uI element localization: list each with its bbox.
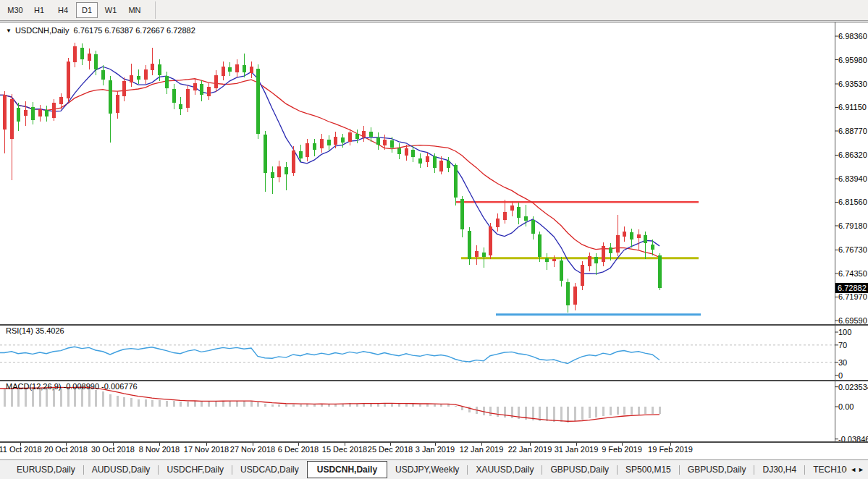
tab-usdchf-daily[interactable]: USDCHF,Daily — [159, 462, 232, 478]
price-axis-label: 6.81560 — [838, 198, 867, 206]
ma-fast-line — [0, 67, 660, 274]
date-axis-label: 12 Jan 2019 — [460, 445, 504, 454]
tab-dj30-h4[interactable]: DJ30,H4 — [754, 462, 804, 478]
one-click-toggle-icon[interactable]: ▼ — [6, 27, 12, 34]
rsi-line — [0, 347, 660, 363]
price-axis-label: 6.88770 — [838, 127, 867, 135]
macd-panel-separator — [0, 380, 868, 381]
price-axis-label: 6.95980 — [838, 56, 867, 64]
date-axis-label: 9 Feb 2019 — [602, 445, 642, 454]
price-axis-label: 6.83940 — [838, 174, 867, 183]
tab-usdjpy-weekly[interactable]: USDJPY,Weekly — [387, 462, 467, 478]
tab-sp500-m15[interactable]: SP500,M15 — [618, 462, 679, 478]
tab-audusd-daily[interactable]: AUDUSD,Daily — [84, 462, 159, 478]
price-axis-label: 6.98360 — [838, 32, 867, 41]
ohlc-values: 6.76175 6.76387 6.72667 6.72882 — [74, 26, 195, 35]
macd-label: MACD(12,26,9) -0.008990 -0.006776 — [6, 382, 138, 391]
date-axis-label: 27 Nov 2018 — [230, 445, 275, 454]
date-axis-label: 25 Dec 2018 — [368, 445, 413, 454]
rsi-axis-label: 100 — [838, 328, 851, 336]
date-axis-separator — [0, 441, 868, 443]
tab-eurusd-daily[interactable]: EURUSD,Daily — [9, 462, 83, 478]
date-axis-label: 30 Oct 2018 — [91, 445, 135, 454]
price-axis-label: 6.93530 — [838, 80, 867, 88]
rsi-axis-label: 70 — [838, 341, 847, 349]
symbol-title: USDCNH,Daily — [15, 26, 69, 35]
rsi-axis-label: 30 — [838, 358, 847, 367]
tab-gbpusd-daily[interactable]: GBPUSD,Daily — [542, 462, 617, 478]
price-axis-label: 6.86320 — [838, 151, 867, 159]
tab-usdcad-daily[interactable]: USDCAD,Daily — [232, 462, 307, 478]
date-axis-label: 3 Jan 2019 — [416, 445, 455, 454]
toolbar-separator — [155, 1, 156, 19]
tab-usdcnh-daily[interactable]: USDCNH,Daily — [307, 461, 387, 478]
tab-scroll-right-icon[interactable]: ► — [858, 466, 866, 473]
tab-scroll-left-icon[interactable]: ◄ — [850, 466, 858, 473]
date-axis-label: 6 Dec 2018 — [278, 445, 319, 454]
rsi-panel-separator — [0, 324, 868, 326]
rsi-axis-label: 0 — [838, 371, 843, 380]
macd-histogram — [4, 387, 661, 423]
date-axis-label: 15 Dec 2018 — [322, 445, 367, 454]
date-axis-label: 22 Jan 2019 — [508, 445, 552, 454]
rsi-label: RSI(14) 35.4026 — [6, 326, 64, 335]
macd-axis-label: 0.023534 — [838, 383, 868, 391]
price-axis-label: 6.79180 — [838, 221, 867, 230]
timeframe-toolbar: M30 H1 H4 D1 W1 MN — [0, 0, 868, 21]
tab-scroll-arrows: ◄► — [847, 466, 866, 473]
candlestick-series — [3, 43, 662, 313]
timeframe-w1-button[interactable]: W1 — [100, 2, 122, 18]
timeframe-m30-button[interactable]: M30 — [4, 2, 26, 18]
timeframe-h4-button[interactable]: H4 — [52, 2, 74, 18]
timeframe-h1-button[interactable]: H1 — [28, 2, 50, 18]
macd-axis-label: 0.00 — [838, 402, 854, 411]
date-axis-label: 31 Jan 2019 — [555, 445, 599, 454]
timeframe-d1-button[interactable]: D1 — [76, 2, 98, 18]
ma-slow-line — [0, 79, 660, 258]
date-axis-label: 8 Nov 2018 — [139, 445, 180, 454]
date-axis-label: 11 Oct 2018 — [0, 445, 42, 454]
price-axis-label: 6.71970 — [838, 292, 867, 301]
date-axis-label: 20 Oct 2018 — [44, 445, 88, 454]
timeframe-mn-button[interactable]: MN — [124, 2, 146, 18]
chart-legend: ▼USDCNH,Daily 6.76175 6.76387 6.72667 6.… — [6, 26, 195, 35]
price-axis-label: 6.91150 — [838, 103, 867, 111]
tab-gbpusd-daily-2[interactable]: GBPUSD,Daily — [680, 462, 754, 478]
date-axis-label: 19 Feb 2019 — [648, 445, 693, 454]
mt4-window: M30 H1 H4 D1 W1 MN ▼USDCNH,Daily 6.76175… — [0, 0, 868, 479]
price-axis-label: 6.74350 — [838, 269, 867, 278]
chart-tabbar: EURUSD,Daily AUDUSD,Daily USDCHF,Daily U… — [0, 459, 868, 479]
tab-xauusd-daily[interactable]: XAUUSD,Daily — [468, 462, 542, 478]
date-axis-label: 17 Nov 2018 — [184, 445, 229, 454]
chart-panel[interactable]: ▼USDCNH,Daily 6.76175 6.76387 6.72667 6.… — [0, 22, 868, 460]
price-axis-label: 6.76730 — [838, 245, 867, 254]
chart-canvas[interactable] — [0, 22, 868, 459]
current-price-tag: 6.72882 — [835, 283, 868, 293]
